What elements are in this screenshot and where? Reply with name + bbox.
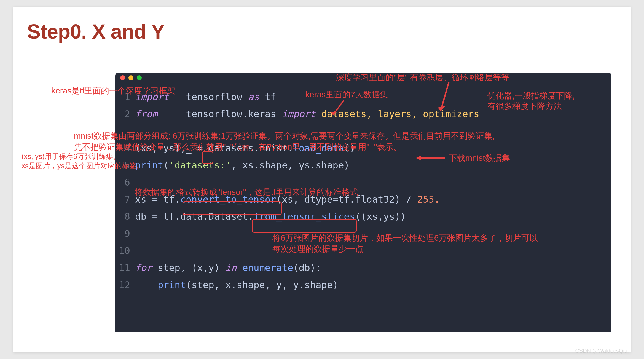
slide: Step0. X and Y 1import tensorflow as tf … [13,7,631,352]
line-number: 2 [115,105,135,122]
arrow-download [416,154,446,162]
watermark: CSDN @WaldocsQiu [575,348,627,354]
anno-datasets7: keras里面的7大数据集 [305,89,388,100]
box-convert-to-tensor [183,201,282,215]
anno-download: 下载mnist数据集 [449,153,510,163]
anno-xsys-2: xs是图片，ys是这个图片对应的标签。 [22,161,143,170]
line-number: 8 [115,208,135,225]
arrow-datasets [330,100,347,119]
maximize-icon[interactable] [137,75,142,80]
code-line: print('datasets:', xs.shape, ys.shape) [135,157,350,174]
line-number: 10 [115,242,135,259]
box-from-tensor-slices [252,219,357,233]
minimize-icon[interactable] [128,75,133,80]
line-number: 11 [115,259,135,276]
anno-mnist-1: mnist数据集由两部分组成: 6万张训练集;1万张验证集。两个对象,需要两个变… [74,131,495,141]
line-number: 12 [115,276,135,293]
anno-mnist-2: 先不把验证集赋值给变量，那么我们就用"_"代替。在Python里，用不到的变量用… [74,142,402,152]
code-line: from tensorflow.keras import datasets, l… [135,105,479,122]
anno-xsys-1: (xs, ys)用于保存6万张训练集。 [22,152,120,161]
line-number: 7 [115,191,135,208]
close-icon[interactable] [120,75,125,80]
code-line: print(step, x.shape, y, y.shape) [135,276,338,293]
svg-marker-5 [416,156,421,160]
anno-slice-1: 将6万张图片的数据集切片，如果一次性处理6万张图片太多了，切片可以 [272,233,538,243]
page-title: Step0. X and Y [27,20,165,43]
anno-optimizers: 优化器,一般指梯度下降, 有很多梯度下降方法 [487,90,575,111]
arrow-layers [438,82,454,115]
box-underscore [202,151,213,164]
line-number: 6 [115,174,135,191]
anno-tensor: 将数据集的格式转换成"tensor"，这是tf里用来计算的标准格式 [135,187,358,197]
code-line: for step, (x,y) in enumerate(db): [135,259,321,276]
anno-keras-framework: keras是tf里面的一个深度学习框架 [51,85,175,96]
anno-slice-2: 每次处理的数据量少一点 [272,244,363,254]
anno-layers: 深度学习里面的"层",有卷积层、循环网络层等等 [336,72,509,83]
line-number: 9 [115,225,135,242]
